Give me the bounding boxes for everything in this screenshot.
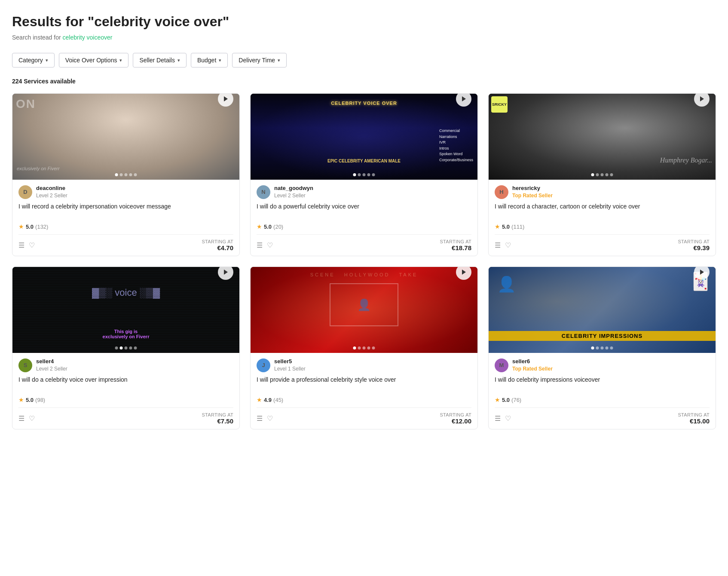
seller-username[interactable]: nate_goodwyn	[274, 185, 313, 191]
carousel-dot[interactable]	[115, 173, 118, 176]
listing-card[interactable]: CELEBRITY IMPRESSIONS 🃏 👤 M seller6 Top …	[488, 267, 716, 429]
favorite-icon[interactable]: ♡	[267, 414, 273, 423]
listing-title[interactable]: I will do a celebrity voice over impress…	[18, 376, 233, 393]
carousel-dot[interactable]	[353, 173, 356, 176]
seller-username[interactable]: seller6	[512, 358, 553, 365]
compare-icon[interactable]: ☰	[18, 414, 24, 423]
starting-at-label: STARTING AT	[440, 412, 471, 417]
page-title: Results for "celebrity voice over"	[12, 14, 716, 30]
seller-username[interactable]: seller4	[36, 358, 67, 365]
review-count: (45)	[273, 397, 283, 403]
favorite-icon[interactable]: ♡	[505, 241, 511, 249]
rating-row: ★ 5.0 (111)	[495, 223, 710, 230]
filter-delivery-time[interactable]: Delivery Time▾	[232, 53, 287, 67]
compare-icon[interactable]: ☰	[495, 414, 501, 423]
carousel-dot[interactable]	[591, 346, 594, 349]
carousel-dots	[115, 173, 137, 176]
listing-title[interactable]: I will provide a professional celebrity …	[257, 376, 471, 393]
seller-username[interactable]: heresricky	[512, 185, 553, 191]
review-count: (132)	[35, 224, 48, 230]
carousel-dot[interactable]	[606, 173, 609, 176]
compare-icon[interactable]: ☰	[257, 241, 263, 249]
carousel-dot[interactable]	[358, 346, 361, 349]
carousel-dot[interactable]	[596, 346, 599, 349]
carousel-dot[interactable]	[591, 173, 594, 176]
carousel-dot[interactable]	[610, 173, 613, 176]
filter-seller-details[interactable]: Seller Details▾	[133, 53, 186, 67]
carousel-dot[interactable]	[601, 346, 604, 349]
carousel-dot[interactable]	[120, 346, 123, 349]
carousel-dot[interactable]	[367, 173, 370, 176]
chevron-down-icon: ▾	[278, 58, 280, 63]
carousel-dot[interactable]	[363, 346, 366, 349]
star-icon: ★	[18, 223, 24, 230]
carousel-dot[interactable]	[363, 173, 366, 176]
favorite-icon[interactable]: ♡	[29, 241, 35, 249]
avatar: S	[18, 358, 32, 372]
listing-card[interactable]: SCENE HOLLYWOOD TAKE 👤 J seller5 Level 1…	[250, 267, 478, 429]
seller-details: seller6 Top Rated Seller	[512, 358, 553, 372]
compare-icon[interactable]: ☰	[257, 414, 263, 423]
carousel-dot[interactable]	[134, 346, 137, 349]
listing-title[interactable]: I will record a celebrity impersonation …	[18, 202, 233, 220]
seller-username[interactable]: deaconline	[36, 185, 67, 191]
star-icon: ★	[18, 396, 24, 403]
listing-title[interactable]: I will record a character, cartoon or ce…	[495, 202, 710, 220]
compare-icon[interactable]: ☰	[495, 241, 501, 249]
carousel-dot[interactable]	[134, 173, 137, 176]
seller-info: J seller5 Level 1 Seller	[257, 358, 471, 372]
starting-at-label: STARTING AT	[202, 239, 233, 244]
carousel-dot[interactable]	[129, 346, 132, 349]
filter-label: Delivery Time	[239, 57, 275, 64]
avatar: M	[495, 358, 508, 372]
favorite-icon[interactable]: ♡	[29, 414, 35, 423]
listing-title[interactable]: I will do celebrity impressions voiceove…	[495, 376, 710, 393]
listing-title[interactable]: I will do a powerful celebrity voice ove…	[257, 202, 471, 220]
carousel-dot[interactable]	[596, 173, 599, 176]
star-icon: ★	[495, 223, 500, 230]
carousel-dot[interactable]	[125, 346, 128, 349]
carousel-dot[interactable]	[125, 173, 128, 176]
seller-username[interactable]: seller5	[274, 358, 306, 365]
filter-budget[interactable]: Budget▾	[191, 53, 228, 67]
card-actions: ☰ ♡	[18, 414, 35, 423]
svg-marker-1	[462, 96, 466, 101]
filter-category[interactable]: Category▾	[12, 53, 55, 67]
services-count: 224 Services available	[12, 78, 716, 85]
carousel-dot[interactable]	[115, 346, 118, 349]
avatar: D	[18, 185, 32, 199]
favorite-icon[interactable]: ♡	[267, 241, 273, 249]
carousel-dot[interactable]	[372, 173, 375, 176]
listing-card[interactable]: ON exclusively on Fiverr D deaconline Le…	[12, 93, 240, 256]
listing-card[interactable]: CELEBRITY VOICE OVER CommercialNarration…	[250, 93, 478, 256]
search-instead-link[interactable]: celebrity voiceover	[63, 34, 113, 41]
card-footer: ☰ ♡ STARTING AT €9.39	[495, 234, 710, 251]
listing-card[interactable]: SRICKY Humphrey Bogar... H heresricky To…	[488, 93, 716, 256]
svg-marker-3	[224, 270, 228, 275]
carousel-dot[interactable]	[120, 173, 123, 176]
listing-card[interactable]: ▓▒░ voice ░▒▓ This gig isexclusively on …	[12, 267, 240, 429]
chevron-down-icon: ▾	[177, 58, 180, 63]
rating-row: ★ 4.9 (45)	[257, 396, 471, 403]
carousel-dots	[591, 173, 613, 176]
carousel-dot[interactable]	[367, 346, 370, 349]
card-body: D deaconline Level 2 Seller I will recor…	[12, 180, 239, 256]
compare-icon[interactable]: ☰	[18, 241, 24, 249]
favorite-icon[interactable]: ♡	[505, 414, 511, 423]
rating-value: 4.9	[264, 397, 272, 403]
chevron-down-icon: ▾	[46, 58, 48, 63]
star-icon: ★	[495, 396, 500, 403]
carousel-dot[interactable]	[358, 173, 361, 176]
carousel-dot[interactable]	[601, 173, 604, 176]
carousel-dot[interactable]	[353, 346, 356, 349]
starting-at-label: STARTING AT	[678, 412, 710, 417]
carousel-dot[interactable]	[606, 346, 609, 349]
star-icon: ★	[257, 396, 262, 403]
carousel-dot[interactable]	[610, 346, 613, 349]
review-count: (111)	[511, 224, 524, 230]
avatar: N	[257, 185, 270, 199]
carousel-dot[interactable]	[372, 346, 375, 349]
filter-voice-over-options[interactable]: Voice Over Options▾	[59, 53, 129, 67]
price-value: €9.39	[678, 244, 710, 251]
carousel-dot[interactable]	[129, 173, 132, 176]
